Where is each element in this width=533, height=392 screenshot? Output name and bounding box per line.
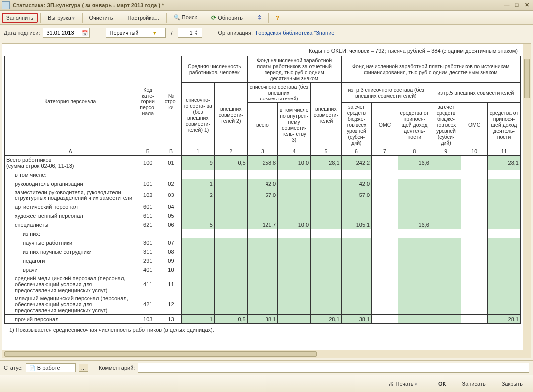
close-button[interactable]: ✕ [522,2,531,9]
minimize-button[interactable]: — [502,2,511,9]
cell[interactable] [461,220,488,229]
cell[interactable]: 28,1 [488,315,521,324]
cell[interactable] [311,220,342,229]
cell[interactable] [461,211,488,220]
cell[interactable] [431,294,461,315]
cell[interactable] [341,247,372,256]
cell[interactable] [461,179,488,188]
cell[interactable] [461,315,488,324]
print-button[interactable]: Печать [383,378,423,389]
cell[interactable] [488,220,521,229]
cell[interactable] [181,294,214,315]
cell[interactable] [398,247,431,256]
cell[interactable] [278,315,311,324]
cell[interactable] [214,247,247,256]
cell[interactable] [247,247,278,256]
cell[interactable] [488,247,521,256]
cell[interactable]: 38,1 [341,315,372,324]
cell[interactable]: 105,1 [341,220,372,229]
cell[interactable] [278,211,311,220]
cell[interactable]: 9 [181,156,214,170]
table-row[interactable]: прочий персонал1031310,538,128,138,128,1 [5,315,521,324]
cell[interactable] [311,294,342,315]
cell[interactable] [431,274,461,294]
number-field[interactable]: ▲ ▼ [178,28,202,38]
cell[interactable] [372,238,398,247]
cell[interactable] [431,256,461,265]
cell[interactable] [247,202,278,211]
cell[interactable] [431,238,461,247]
cell[interactable] [431,211,461,220]
cell[interactable] [488,294,521,315]
cell[interactable]: 28,1 [311,156,342,170]
cell[interactable]: 57,0 [247,188,278,202]
cell[interactable] [488,238,521,247]
cell[interactable] [461,294,488,315]
table-row[interactable]: Всего работников(сумма строк 02-06, 11-1… [5,156,521,170]
cell[interactable] [372,202,398,211]
cell[interactable] [398,211,431,220]
cell[interactable] [311,274,342,294]
help-button[interactable]: ? [271,13,284,23]
table-row[interactable]: артистический персонал60104 [5,202,521,211]
cell[interactable] [431,265,461,274]
table-row[interactable]: в том числе: [5,170,521,179]
cell[interactable] [372,315,398,324]
cell[interactable] [278,188,311,202]
table-row[interactable]: художественный персонал61105 [5,211,521,220]
cell[interactable] [214,256,247,265]
cell[interactable]: 0,5 [214,156,247,170]
cell[interactable] [398,238,431,247]
cell[interactable] [278,294,311,315]
search-button[interactable]: Поиск [169,12,201,23]
clear-button[interactable]: Очистить [85,13,118,23]
cell[interactable] [341,294,372,315]
cell[interactable] [278,238,311,247]
date-input[interactable] [45,29,80,36]
cell[interactable] [341,238,372,247]
cell[interactable] [181,247,214,256]
cell[interactable] [461,274,488,294]
status-picker-button[interactable]: ... [79,364,88,372]
date-field[interactable] [43,28,90,38]
type-input[interactable] [108,29,153,36]
cell[interactable] [398,188,431,202]
cell[interactable] [341,265,372,274]
cell[interactable] [181,202,214,211]
maximize-button[interactable]: □ [512,2,521,9]
org-link[interactable]: Городская библиотека "Знание" [256,30,336,36]
table-row[interactable]: специалисты621065121,710,0105,116,6 [5,220,521,229]
close-form-button[interactable]: Закрыть [496,378,528,389]
cell[interactable] [311,247,342,256]
status-field[interactable]: В работе [26,363,76,372]
cell[interactable] [372,211,398,220]
cell[interactable]: 16,6 [398,156,431,170]
cell[interactable] [247,256,278,265]
cell[interactable] [247,274,278,294]
cell[interactable] [311,211,342,220]
cell[interactable] [461,202,488,211]
cell[interactable]: 10,0 [278,156,311,170]
table-row[interactable]: врачи40110 [5,265,521,274]
vertical-scrollbar[interactable] [523,44,531,358]
cell[interactable] [398,265,431,274]
cell[interactable] [372,156,398,170]
cell[interactable] [372,188,398,202]
cell[interactable] [278,256,311,265]
cell[interactable] [247,238,278,247]
cell[interactable] [372,256,398,265]
cell[interactable] [341,211,372,220]
cell[interactable]: 28,1 [488,156,521,170]
ok-button[interactable]: OK [433,378,452,389]
cell[interactable] [311,188,342,202]
cell[interactable] [341,256,372,265]
horizontal-scrollbar[interactable] [2,350,523,358]
cell[interactable] [372,294,398,315]
cell[interactable]: 121,7 [247,220,278,229]
cell[interactable]: 42,0 [247,179,278,188]
cell[interactable] [372,179,398,188]
calendar-icon[interactable] [80,30,88,36]
cell[interactable] [214,238,247,247]
table-row[interactable]: младший медицинский персонал (персонал, … [5,294,521,315]
cell[interactable] [214,188,247,202]
